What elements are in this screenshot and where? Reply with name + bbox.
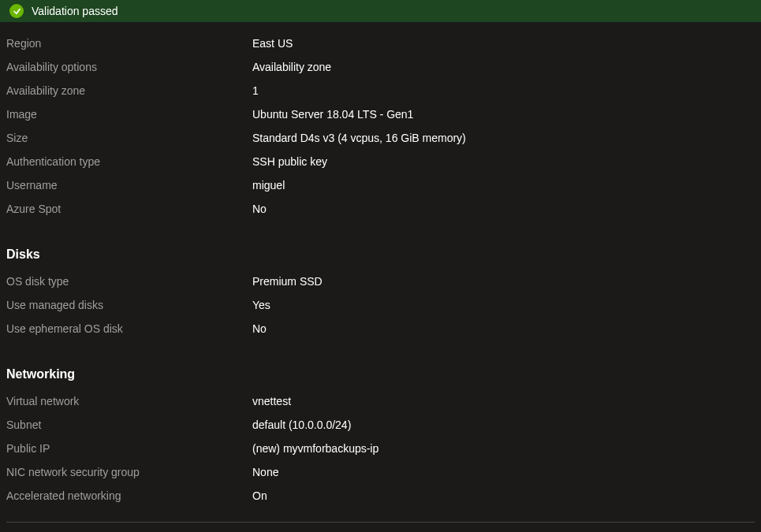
row-nsg: NIC network security group None: [6, 460, 755, 484]
row-os-disk-type: OS disk type Premium SSD: [6, 270, 755, 293]
label-vnet: Virtual network: [6, 389, 252, 413]
label-image: Image: [6, 102, 252, 126]
label-subnet: Subnet: [6, 413, 252, 437]
value-auth-type: SSH public key: [252, 150, 327, 173]
bottom-divider: [6, 522, 755, 523]
label-ephemeral-os: Use ephemeral OS disk: [6, 317, 252, 340]
row-subnet: Subnet default (10.0.0.0/24): [6, 413, 755, 437]
label-os-disk-type: OS disk type: [6, 270, 252, 293]
value-availability-options: Availability zone: [252, 55, 331, 79]
value-image: Ubuntu Server 18.04 LTS - Gen1: [252, 102, 413, 126]
label-size: Size: [6, 126, 252, 150]
validation-banner: Validation passed: [0, 0, 761, 22]
label-managed-disks: Use managed disks: [6, 293, 252, 317]
row-ephemeral-os: Use ephemeral OS disk No: [6, 317, 755, 340]
row-username: Username miguel: [6, 173, 755, 197]
value-accel-net: On: [252, 484, 267, 508]
row-auth-type: Authentication type SSH public key: [6, 150, 755, 173]
value-availability-zone: 1: [252, 79, 259, 102]
review-content: Region East US Availability options Avai…: [0, 22, 761, 523]
row-size: Size Standard D4s v3 (4 vcpus, 16 GiB me…: [6, 126, 755, 150]
row-azure-spot: Azure Spot No: [6, 197, 755, 221]
label-region: Region: [6, 32, 252, 55]
value-nsg: None: [252, 460, 278, 484]
value-ephemeral-os: No: [252, 317, 267, 340]
value-size: Standard D4s v3 (4 vcpus, 16 GiB memory): [252, 126, 466, 150]
label-availability-options: Availability options: [6, 55, 252, 79]
heading-networking: Networking: [6, 367, 755, 381]
label-accel-net: Accelerated networking: [6, 484, 252, 508]
label-username: Username: [6, 173, 252, 197]
label-auth-type: Authentication type: [6, 150, 252, 173]
validation-message: Validation passed: [32, 5, 118, 17]
row-image: Image Ubuntu Server 18.04 LTS - Gen1: [6, 102, 755, 126]
value-azure-spot: No: [252, 197, 267, 221]
label-azure-spot: Azure Spot: [6, 197, 252, 221]
value-subnet: default (10.0.0.0/24): [252, 413, 351, 437]
heading-disks: Disks: [6, 247, 755, 262]
value-region: East US: [252, 32, 293, 55]
value-os-disk-type: Premium SSD: [252, 270, 323, 293]
row-public-ip: Public IP (new) myvmforbackups-ip: [6, 437, 755, 460]
value-username: miguel: [252, 173, 285, 197]
row-availability-options: Availability options Availability zone: [6, 55, 755, 79]
row-managed-disks: Use managed disks Yes: [6, 293, 755, 317]
label-availability-zone: Availability zone: [6, 79, 252, 102]
label-public-ip: Public IP: [6, 437, 252, 460]
success-check-icon: [9, 4, 24, 18]
row-accel-net: Accelerated networking On: [6, 484, 755, 508]
value-vnet: vnettest: [252, 389, 291, 413]
row-vnet: Virtual network vnettest: [6, 389, 755, 413]
value-managed-disks: Yes: [252, 293, 270, 317]
row-region: Region East US: [6, 32, 755, 55]
value-public-ip: (new) myvmforbackups-ip: [252, 437, 379, 460]
label-nsg: NIC network security group: [6, 460, 252, 484]
row-availability-zone: Availability zone 1: [6, 79, 755, 102]
